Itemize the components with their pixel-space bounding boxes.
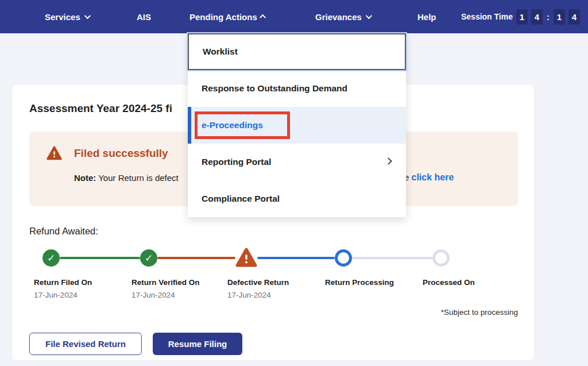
nav-item-grievances[interactable]: Grievances [315, 0, 370, 33]
stepper-line-active [257, 257, 335, 259]
menu-item-label: e-Proceedings [202, 120, 263, 130]
alert-note-label: Note: [74, 173, 96, 183]
step-label: Return Processing [325, 278, 417, 287]
nav-item-label: Grievances [315, 12, 362, 22]
alert-title: Filed successfully [74, 147, 168, 160]
nav-item-label: Services [45, 12, 80, 22]
chevron-down-icon [84, 13, 90, 19]
session-digit: 1 [516, 9, 528, 25]
step-label: Return Filed On [34, 278, 126, 287]
nav-item-help[interactable]: Help [417, 0, 436, 33]
session-timer: Session Time 1 4 : 1 4 [461, 0, 580, 33]
step-pending-icon [432, 249, 450, 267]
menu-item-e-proceedings[interactable]: e-Proceedings [188, 107, 406, 144]
menu-item-compliance-portal[interactable]: Compliance Portal [188, 180, 406, 217]
nav-item-label: AIS [137, 12, 151, 22]
stepper-line-done-1 [60, 257, 140, 259]
step-done-icon: ✓ [140, 249, 157, 267]
menu-item-label: Response to Outstanding Demand [202, 83, 347, 94]
click-here-link[interactable]: click here [412, 172, 454, 182]
chevron-right-icon [385, 157, 392, 165]
chevron-down-icon [366, 13, 372, 19]
menu-item-label: Worklist [203, 47, 238, 57]
check-icon: ✓ [145, 252, 153, 264]
step-done-icon: ✓ [42, 249, 60, 267]
session-digit: 4 [568, 9, 580, 25]
action-buttons: File Revised Return Resume Filing [29, 333, 517, 355]
step-date: 17-Jun-2024 [131, 291, 223, 299]
warning-triangle-icon [47, 146, 62, 160]
step-date: 17-Jun-2024 [34, 291, 126, 299]
session-digit: 4 [531, 9, 543, 25]
stepper-labels: Return Filed On 17-Jun-2024 Return Verif… [29, 278, 518, 305]
menu-item-reporting-portal[interactable]: Reporting Portal [188, 144, 406, 180]
step-warning-icon [235, 247, 257, 268]
status-stepper: ✓ ✓ [29, 249, 518, 267]
file-revised-return-button[interactable]: File Revised Return [29, 333, 142, 355]
step-active-icon [335, 249, 352, 267]
pending-actions-dropdown: Worklist Response to Outstanding Demand … [188, 33, 406, 217]
step-label: Processed On [423, 278, 514, 287]
step-label: Defective Return [227, 278, 319, 287]
alert-note-text: Your Return is defect [96, 173, 178, 183]
resume-filing-button[interactable]: Resume Filing [153, 333, 242, 355]
step-label: Return Verified On [131, 278, 223, 287]
menu-item-response-outstanding-demand[interactable]: Response to Outstanding Demand [188, 70, 406, 107]
nav-item-ais[interactable]: AIS [137, 0, 151, 33]
menu-item-worklist[interactable]: Worklist [188, 33, 406, 70]
refund-awaited-heading: Refund Awaited: [29, 226, 517, 237]
nav-item-pending-actions[interactable]: Pending Actions [189, 0, 266, 33]
session-digit: 1 [554, 9, 565, 25]
menu-item-label: Compliance Portal [202, 194, 280, 204]
top-nav: Services AIS Pending Actions Grievances … [0, 0, 588, 33]
session-time-label: Session Time [461, 12, 513, 21]
step-date: 17-Jun-2024 [227, 291, 319, 299]
nav-item-label: Help [417, 12, 436, 22]
chevron-up-icon [260, 14, 266, 21]
session-colon: : [547, 12, 550, 22]
processing-footnote: *Subject to processing [29, 308, 518, 317]
stepper-line-warning [157, 257, 235, 259]
menu-item-label: Reporting Portal [202, 157, 271, 167]
stepper-line-pending [352, 257, 432, 259]
alert-note-tail: e click here [404, 172, 454, 183]
check-icon: ✓ [47, 252, 55, 264]
nav-item-label: Pending Actions [189, 12, 257, 22]
nav-item-services[interactable]: Services [45, 0, 89, 33]
